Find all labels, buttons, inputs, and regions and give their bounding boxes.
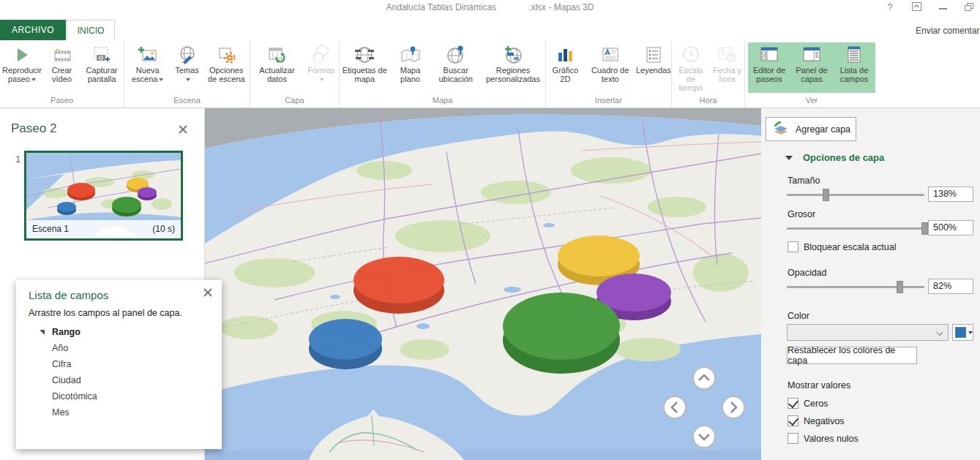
themes-globe-icon [177,44,198,66]
group-label-mapa: Mapa [340,96,545,105]
size-slider[interactable] [787,188,924,201]
map-nav-up[interactable] [693,367,715,389]
field-tree: Rango Año Cifra Ciudad Dicotómica Mes [40,324,97,421]
thickness-slider[interactable] [787,222,924,235]
add-layer-label: Agregar capa [796,124,850,135]
scene-thumbnail[interactable]: Escena 1 (10 s) [24,151,183,241]
regiones-personalizadas-button[interactable]: Regiones personalizadas [481,42,545,83]
field-item[interactable]: Ciudad [40,372,97,388]
reset-colors-button[interactable]: Restablecer los colores de capa [787,347,917,364]
send-feedback-link[interactable]: Enviar comentarios [916,26,980,36]
size-value-input[interactable]: 138% [928,186,973,202]
help-icon[interactable]: ? [885,1,895,12]
button-label: Opciones de escena [206,66,248,83]
opacity-slider[interactable] [787,280,924,293]
mapa-plano-button[interactable]: Mapa plano [390,42,431,83]
group-label-escena: Escena [124,96,250,105]
button-label: Cuadro de texto [587,66,634,83]
field-item[interactable]: Cifra [40,356,97,372]
color-label: Color [788,311,809,321]
slider-thumb[interactable] [921,222,928,235]
restore-icon[interactable] [964,1,974,12]
button-label: Nueva escena [132,66,160,83]
slider-thumb[interactable] [823,189,829,201]
lista-de-campos-toggle[interactable]: Lista de campos [833,42,875,83]
formas-button: Formas [304,42,339,83]
reproducir-paseo-button[interactable]: Reproducir paseo [0,42,44,83]
field-item[interactable]: Año [40,340,97,356]
button-label: Temas [175,66,198,75]
field-group-rango[interactable]: Rango [40,324,97,340]
shapes-icon [310,44,332,66]
crear-video-button[interactable]: Crear vídeo [44,42,80,83]
layer-options-header[interactable]: Opciones de capa [785,152,884,163]
dropdown-arrow-icon [968,331,973,334]
disc-green[interactable] [503,293,620,374]
map-viewport[interactable] [205,108,761,460]
capturar-pantalla-button[interactable]: Capturar pantalla [80,42,124,83]
close-icon[interactable] [203,287,213,298]
actualizar-datos-button[interactable]: Actualizar datos [250,42,304,83]
disc-blue[interactable] [309,319,382,369]
layer-options-panel: Agregar capa Opciones de capa Tamaño 138… [761,108,980,460]
panel-de-capas-toggle[interactable]: Panel de capas [790,42,833,83]
lock-scale-label: Bloquear escala actual [804,242,896,252]
map-nav-down[interactable] [693,426,715,448]
button-label: Capturar pantalla [82,66,121,83]
flat-map-pin-icon [400,44,422,66]
text-box-icon [600,44,621,66]
field-item[interactable]: Mes [40,404,97,421]
cuadro-de-texto-button[interactable]: Cuadro de texto [585,42,636,83]
thickness-value-input[interactable]: 500% [928,220,973,235]
ribbon-group-mapa: Etiquetas de mapa Mapa plano Buscar ubic… [340,40,546,108]
color-dropdown[interactable] [787,324,949,341]
editor-de-paseos-toggle[interactable]: Editor de paseos [748,42,790,83]
field-item[interactable]: Dicotómica [40,388,97,404]
tab-inicio[interactable]: INICIO [67,20,115,40]
ceros-checkbox[interactable] [788,398,798,409]
tab-archivo[interactable]: ARCHIVO [0,20,66,40]
disc-red[interactable] [354,257,444,314]
workbook-name: Andalucía Tablas Dinámicas [386,2,497,12]
valores-nulos-checkbox[interactable] [788,433,798,444]
negativos-checkbox[interactable] [788,415,798,426]
dropdown-arrow-icon [320,78,324,81]
lock-scale-checkbox[interactable] [788,241,798,252]
button-label: Formas [307,66,334,75]
add-layer-button[interactable]: Agregar capa [766,117,856,141]
button-label: Fecha y hora [712,66,742,83]
escala-de-tiempo-button: Escala de tiempo [672,42,710,92]
temas-button[interactable]: Temas [171,42,203,83]
tour-title: Paseo 2 [11,121,56,136]
leyendas-button[interactable]: Leyendas [636,42,671,75]
field-list-title: Lista de campos [29,289,108,301]
collapse-triangle-icon[interactable] [40,330,45,335]
minimize-icon[interactable] [938,1,948,12]
buscar-ubicacion-button[interactable]: Buscar ubicación [430,42,481,83]
ribbon-tab-row: ARCHIVO INICIO Enviar comentarios [0,16,980,40]
thickness-label: Grosor [788,209,815,219]
button-label: Panel de capas [793,66,831,83]
ribbon-group-capa: Actualizar datos Formas Capa [250,40,340,108]
opciones-de-escena-button[interactable]: Opciones de escena [203,42,250,83]
field-list-hint: Arrastre los campos al panel de capa. [29,308,182,318]
button-label: Escala de tiempo [674,66,708,92]
color-swatch-button[interactable] [952,324,973,341]
color-swatch [955,327,966,338]
map-nav-right[interactable] [722,396,744,418]
opacity-value-input[interactable]: 82% [928,279,973,294]
date-time-icon [716,44,738,66]
map-nav-left[interactable] [664,396,686,418]
close-icon[interactable] [178,124,188,135]
maximize-icon[interactable] [911,1,921,12]
nueva-escena-button[interactable]: Nueva escena [124,42,171,83]
ribbon-group-insertar: Gráfico 2D Cuadro de texto Leyendas Inse… [546,40,672,108]
refresh-data-icon [266,44,287,66]
etiquetas-de-mapa-button[interactable]: Etiquetas de mapa [340,42,390,83]
layers-icon [772,120,790,138]
grafico-2d-button[interactable]: Gráfico 2D [546,42,585,83]
ribbon: Reproducir paseo Crear vídeo Capturar pa… [0,40,980,108]
slider-thumb[interactable] [897,281,903,293]
button-label: Gráfico 2D [548,66,583,83]
camera-icon [91,44,112,66]
